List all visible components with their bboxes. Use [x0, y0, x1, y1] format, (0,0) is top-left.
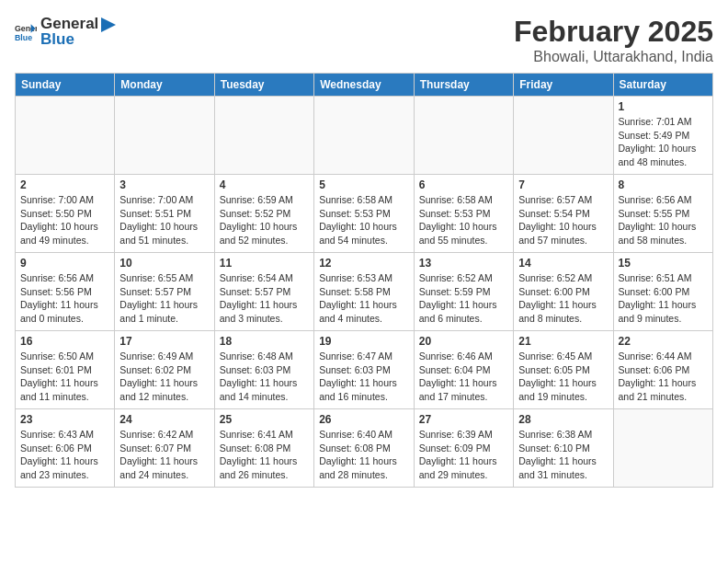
day-cell: 8Sunrise: 6:56 AM Sunset: 5:55 PM Daylig… — [613, 175, 713, 253]
day-cell: 26Sunrise: 6:40 AM Sunset: 6:08 PM Dayli… — [314, 409, 415, 488]
day-number: 15 — [619, 257, 709, 270]
day-info: Sunrise: 7:01 AM Sunset: 5:49 PM Dayligh… — [619, 115, 709, 169]
day-cell: 21Sunrise: 6:45 AM Sunset: 6:05 PM Dayli… — [514, 331, 613, 409]
day-cell: 16Sunrise: 6:50 AM Sunset: 6:01 PM Dayli… — [16, 331, 115, 409]
day-number: 24 — [119, 413, 209, 426]
day-number: 10 — [119, 257, 209, 270]
day-info: Sunrise: 7:00 AM Sunset: 5:51 PM Dayligh… — [119, 193, 209, 247]
day-info: Sunrise: 6:43 AM Sunset: 6:06 PM Dayligh… — [20, 428, 109, 482]
day-info: Sunrise: 6:41 AM Sunset: 6:08 PM Dayligh… — [220, 428, 309, 482]
weekday-header-thursday: Thursday — [414, 74, 513, 97]
day-number: 23 — [20, 413, 109, 426]
weekday-header-saturday: Saturday — [613, 74, 713, 97]
day-info: Sunrise: 6:54 AM Sunset: 5:57 PM Dayligh… — [220, 271, 309, 326]
day-cell — [613, 409, 713, 488]
day-info: Sunrise: 6:56 AM Sunset: 5:55 PM Dayligh… — [619, 193, 709, 247]
weekday-header-friday: Friday — [514, 74, 613, 97]
day-number: 21 — [518, 335, 608, 348]
day-number: 6 — [419, 178, 508, 191]
day-cell: 5Sunrise: 6:58 AM Sunset: 5:53 PM Daylig… — [314, 175, 415, 253]
day-number: 7 — [518, 178, 608, 191]
week-row-0: 1Sunrise: 7:01 AM Sunset: 5:49 PM Daylig… — [16, 97, 713, 175]
day-cell: 7Sunrise: 6:57 AM Sunset: 5:54 PM Daylig… — [514, 175, 613, 253]
day-number: 27 — [419, 413, 508, 426]
day-info: Sunrise: 6:59 AM Sunset: 5:52 PM Dayligh… — [220, 193, 309, 247]
day-cell: 25Sunrise: 6:41 AM Sunset: 6:08 PM Dayli… — [214, 409, 313, 488]
day-info: Sunrise: 6:51 AM Sunset: 6:00 PM Dayligh… — [619, 271, 709, 326]
calendar-title: February 2025 — [514, 15, 713, 49]
day-number: 4 — [220, 178, 309, 191]
day-info: Sunrise: 6:58 AM Sunset: 5:53 PM Dayligh… — [319, 193, 409, 247]
day-cell — [314, 97, 415, 175]
logo-icon: General Blue — [15, 21, 37, 43]
weekday-header-tuesday: Tuesday — [214, 74, 313, 97]
day-cell: 24Sunrise: 6:42 AM Sunset: 6:07 PM Dayli… — [115, 409, 214, 488]
page-header: General Blue General Blue February 2025 … — [15, 15, 713, 65]
day-info: Sunrise: 6:48 AM Sunset: 6:03 PM Dayligh… — [220, 350, 309, 404]
day-number: 22 — [619, 335, 709, 348]
day-cell: 4Sunrise: 6:59 AM Sunset: 5:52 PM Daylig… — [214, 175, 313, 253]
weekday-header-row: SundayMondayTuesdayWednesdayThursdayFrid… — [16, 74, 713, 97]
day-cell — [115, 97, 214, 175]
day-cell — [514, 97, 613, 175]
day-info: Sunrise: 6:50 AM Sunset: 6:01 PM Dayligh… — [20, 350, 109, 404]
calendar-location: Bhowali, Uttarakhand, India — [514, 49, 713, 65]
title-block: February 2025 Bhowali, Uttarakhand, Indi… — [514, 15, 713, 65]
week-row-3: 16Sunrise: 6:50 AM Sunset: 6:01 PM Dayli… — [16, 331, 713, 409]
day-cell: 2Sunrise: 7:00 AM Sunset: 5:50 PM Daylig… — [16, 175, 115, 253]
day-cell: 13Sunrise: 6:52 AM Sunset: 5:59 PM Dayli… — [414, 253, 513, 331]
day-info: Sunrise: 6:40 AM Sunset: 6:08 PM Dayligh… — [319, 428, 409, 482]
day-cell — [414, 97, 513, 175]
day-info: Sunrise: 6:53 AM Sunset: 5:58 PM Dayligh… — [319, 271, 409, 326]
weekday-header-wednesday: Wednesday — [314, 74, 415, 97]
day-number: 12 — [319, 257, 409, 270]
day-number: 5 — [319, 178, 409, 191]
day-info: Sunrise: 6:57 AM Sunset: 5:54 PM Dayligh… — [518, 193, 608, 247]
day-info: Sunrise: 6:52 AM Sunset: 5:59 PM Dayligh… — [419, 271, 508, 326]
day-number: 14 — [518, 257, 608, 270]
day-number: 25 — [220, 413, 309, 426]
day-cell: 17Sunrise: 6:49 AM Sunset: 6:02 PM Dayli… — [115, 331, 214, 409]
day-info: Sunrise: 6:42 AM Sunset: 6:07 PM Dayligh… — [119, 428, 209, 482]
day-number: 28 — [518, 413, 608, 426]
weekday-header-sunday: Sunday — [16, 74, 115, 97]
logo-triangle — [99, 16, 118, 34]
day-info: Sunrise: 6:47 AM Sunset: 6:03 PM Dayligh… — [319, 350, 409, 404]
day-number: 16 — [20, 335, 109, 348]
day-cell: 10Sunrise: 6:55 AM Sunset: 5:57 PM Dayli… — [115, 253, 214, 331]
day-cell: 15Sunrise: 6:51 AM Sunset: 6:00 PM Dayli… — [613, 253, 713, 331]
day-number: 2 — [20, 178, 109, 191]
day-number: 19 — [319, 335, 409, 348]
day-cell: 6Sunrise: 6:58 AM Sunset: 5:53 PM Daylig… — [414, 175, 513, 253]
day-info: Sunrise: 6:46 AM Sunset: 6:04 PM Dayligh… — [419, 350, 508, 404]
week-row-4: 23Sunrise: 6:43 AM Sunset: 6:06 PM Dayli… — [16, 409, 713, 488]
day-cell — [214, 97, 313, 175]
svg-marker-3 — [101, 17, 116, 32]
day-cell: 9Sunrise: 6:56 AM Sunset: 5:56 PM Daylig… — [16, 253, 115, 331]
day-info: Sunrise: 6:44 AM Sunset: 6:06 PM Dayligh… — [619, 350, 709, 404]
day-info: Sunrise: 6:56 AM Sunset: 5:56 PM Dayligh… — [20, 271, 109, 326]
day-number: 26 — [319, 413, 409, 426]
logo: General Blue General Blue — [15, 15, 118, 49]
calendar-table: SundayMondayTuesdayWednesdayThursdayFrid… — [15, 73, 713, 488]
week-row-2: 9Sunrise: 6:56 AM Sunset: 5:56 PM Daylig… — [16, 253, 713, 331]
day-number: 17 — [119, 335, 209, 348]
day-cell — [16, 97, 115, 175]
day-info: Sunrise: 6:58 AM Sunset: 5:53 PM Dayligh… — [419, 193, 508, 247]
day-info: Sunrise: 6:38 AM Sunset: 6:10 PM Dayligh… — [518, 428, 608, 482]
week-row-1: 2Sunrise: 7:00 AM Sunset: 5:50 PM Daylig… — [16, 175, 713, 253]
day-number: 11 — [220, 257, 309, 270]
day-cell: 11Sunrise: 6:54 AM Sunset: 5:57 PM Dayli… — [214, 253, 313, 331]
day-info: Sunrise: 6:49 AM Sunset: 6:02 PM Dayligh… — [119, 350, 209, 404]
day-cell: 1Sunrise: 7:01 AM Sunset: 5:49 PM Daylig… — [613, 97, 713, 175]
day-number: 1 — [619, 100, 709, 113]
day-info: Sunrise: 7:00 AM Sunset: 5:50 PM Dayligh… — [20, 193, 109, 247]
day-cell: 27Sunrise: 6:39 AM Sunset: 6:09 PM Dayli… — [414, 409, 513, 488]
day-info: Sunrise: 6:52 AM Sunset: 6:00 PM Dayligh… — [518, 271, 608, 326]
weekday-header-monday: Monday — [115, 74, 214, 97]
day-cell: 3Sunrise: 7:00 AM Sunset: 5:51 PM Daylig… — [115, 175, 214, 253]
day-cell: 18Sunrise: 6:48 AM Sunset: 6:03 PM Dayli… — [214, 331, 313, 409]
day-info: Sunrise: 6:39 AM Sunset: 6:09 PM Dayligh… — [419, 428, 508, 482]
day-cell: 14Sunrise: 6:52 AM Sunset: 6:00 PM Dayli… — [514, 253, 613, 331]
day-cell: 20Sunrise: 6:46 AM Sunset: 6:04 PM Dayli… — [414, 331, 513, 409]
